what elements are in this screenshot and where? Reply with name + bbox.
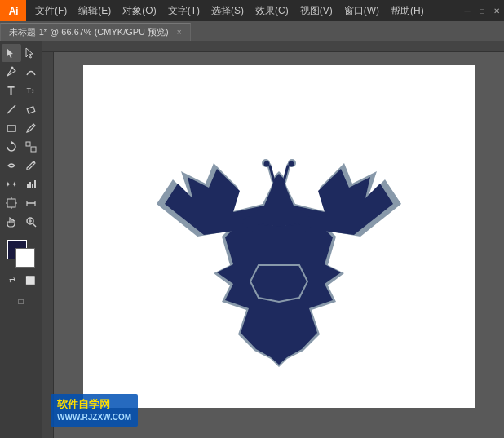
logo-text: Ai bbox=[9, 5, 18, 17]
rect-tool[interactable] bbox=[2, 119, 21, 137]
maximize-button[interactable]: □ bbox=[475, 0, 489, 21]
rotate-tool[interactable] bbox=[2, 138, 21, 156]
tool-group-shape bbox=[2, 100, 41, 118]
svg-rect-14 bbox=[7, 199, 15, 207]
svg-rect-7 bbox=[26, 142, 30, 146]
symbol-sprayer-tool[interactable]: ✦✦ bbox=[2, 175, 21, 193]
svg-marker-37 bbox=[241, 174, 317, 232]
menu-view[interactable]: 视图(V) bbox=[294, 0, 338, 21]
graph-tool[interactable] bbox=[21, 175, 41, 193]
warp-tool[interactable] bbox=[2, 157, 21, 175]
tab-bar: 未标题-1* @ 66.67% (CMYK/GPU 预览) × bbox=[0, 21, 504, 41]
tool-group-symbol: ✦✦ bbox=[2, 175, 41, 193]
close-button[interactable]: ✕ bbox=[489, 0, 504, 21]
menu-object[interactable]: 对象(O) bbox=[117, 0, 161, 21]
menu-select[interactable]: 选择(S) bbox=[206, 0, 250, 21]
title-bar: Ai 文件(F) 编辑(E) 对象(O) 文字(T) 选择(S) 效果(C) 视… bbox=[0, 0, 504, 21]
tool-group-pen bbox=[2, 63, 41, 81]
menu-bar: 文件(F) 编辑(E) 对象(O) 文字(T) 选择(S) 效果(C) 视图(V… bbox=[26, 0, 460, 21]
svg-point-9 bbox=[33, 161, 35, 163]
ruler-horizontal bbox=[42, 41, 504, 52]
active-tab[interactable]: 未标题-1* @ 66.67% (CMYK/GPU 预览) × bbox=[0, 23, 191, 41]
svg-marker-1 bbox=[26, 48, 33, 58]
measure-tool[interactable] bbox=[21, 194, 41, 212]
window-controls: ─ □ ✕ bbox=[460, 0, 504, 21]
canvas-area: 软件自学网 WWW.RJZXW.COM bbox=[42, 41, 504, 438]
hand-tool[interactable] bbox=[2, 213, 21, 231]
svg-point-2 bbox=[11, 67, 13, 69]
curvature-tool[interactable] bbox=[21, 63, 41, 81]
pencil-tool[interactable] bbox=[21, 119, 41, 137]
tool-group-artboard bbox=[2, 194, 41, 212]
minimize-button[interactable]: ─ bbox=[460, 0, 475, 21]
canvas[interactable] bbox=[83, 65, 475, 408]
swap-colors-button[interactable]: ⇄ bbox=[4, 271, 20, 289]
eyedropper-tool[interactable] bbox=[21, 157, 41, 175]
svg-rect-8 bbox=[31, 147, 36, 152]
menu-effect[interactable]: 效果(C) bbox=[250, 0, 294, 21]
direct-selection-tool[interactable] bbox=[21, 44, 41, 62]
zoom-tool[interactable] bbox=[21, 213, 41, 231]
tool-group-selection bbox=[2, 44, 41, 62]
pen-tool[interactable] bbox=[2, 63, 21, 81]
tool-group-view bbox=[2, 213, 41, 231]
svg-rect-10 bbox=[27, 184, 29, 188]
tool-group-warp bbox=[2, 157, 41, 175]
touch-type-tool[interactable]: T↕ bbox=[21, 82, 41, 100]
menu-file[interactable]: 文件(F) bbox=[29, 0, 73, 21]
eraser-tool[interactable] bbox=[21, 100, 41, 118]
tab-close-button[interactable]: × bbox=[177, 28, 182, 37]
svg-rect-4 bbox=[27, 107, 35, 113]
svg-marker-42 bbox=[250, 265, 307, 302]
scale-tool[interactable] bbox=[21, 138, 41, 156]
watermark-site: 软件自学网 bbox=[57, 397, 131, 412]
logo-graphic bbox=[148, 98, 409, 375]
toolbar-bottom: ⇄ ⬜ □ bbox=[2, 240, 41, 313]
default-colors-button[interactable]: ⬜ bbox=[22, 271, 38, 289]
watermark-url: WWW.RJZXW.COM bbox=[57, 412, 131, 423]
line-segment-tool[interactable] bbox=[2, 100, 21, 118]
svg-rect-11 bbox=[29, 182, 31, 188]
svg-marker-0 bbox=[7, 48, 13, 58]
tab-label: 未标题-1* @ 66.67% (CMYK/GPU 预览) bbox=[9, 26, 169, 38]
color-swatches bbox=[7, 240, 35, 268]
svg-line-3 bbox=[7, 105, 15, 113]
tool-group-rect bbox=[2, 119, 41, 137]
menu-type[interactable]: 文字(T) bbox=[162, 0, 206, 21]
artboard-tool[interactable] bbox=[2, 194, 21, 212]
svg-line-23 bbox=[33, 223, 36, 227]
watermark: 软件自学网 WWW.RJZXW.COM bbox=[51, 394, 138, 427]
type-tool[interactable]: T bbox=[2, 82, 21, 100]
ai-logo: Ai bbox=[0, 0, 26, 21]
toolbar: T T↕ bbox=[0, 41, 42, 438]
menu-window[interactable]: 窗口(W) bbox=[338, 0, 385, 21]
svg-point-40 bbox=[264, 161, 270, 167]
svg-rect-13 bbox=[34, 180, 36, 188]
tool-group-type: T T↕ bbox=[2, 82, 41, 100]
menu-help[interactable]: 帮助(H) bbox=[385, 0, 430, 21]
svg-rect-5 bbox=[7, 126, 15, 131]
svg-point-41 bbox=[289, 161, 294, 167]
ruler-vertical bbox=[42, 52, 54, 438]
screen-mode-button[interactable]: □ bbox=[13, 292, 29, 310]
selection-tool[interactable] bbox=[2, 44, 21, 62]
stroke-color[interactable] bbox=[15, 248, 35, 268]
menu-edit[interactable]: 编辑(E) bbox=[73, 0, 117, 21]
svg-rect-12 bbox=[32, 184, 33, 188]
main-area: T T↕ bbox=[0, 41, 504, 438]
tool-group-transform bbox=[2, 138, 41, 156]
